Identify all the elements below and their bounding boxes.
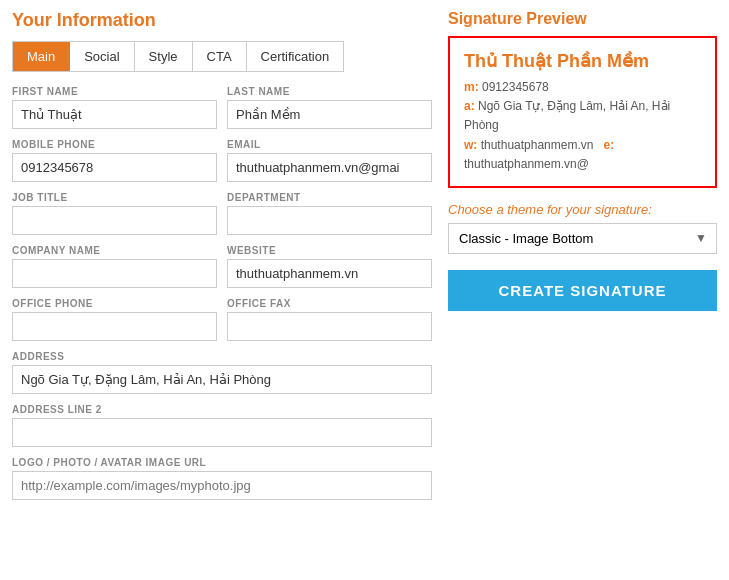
company-website-row: COMPANY NAME WEBSITE [12, 245, 432, 288]
logo-row: LOGO / PHOTO / AVATAR IMAGE URL [12, 457, 432, 500]
theme-select-wrapper: Classic - Image BottomClassic - Image To… [448, 223, 717, 254]
address-group: ADDRESS [12, 351, 432, 394]
email-group: EMAIL [227, 139, 432, 182]
signature-mobile: m: 0912345678 [464, 78, 701, 97]
job-title-group: JOB TITLE [12, 192, 217, 235]
department-group: DEPARTMENT [227, 192, 432, 235]
signature-address: a: Ngõ Gia Tự, Đặng Lâm, Hải An, Hải Phò… [464, 97, 701, 135]
website-group: WEBSITE [227, 245, 432, 288]
email-label: EMAIL [227, 139, 432, 150]
signature-web-email: w: thuthuatphanmem.vn e: thuthuatphanmem… [464, 136, 701, 174]
last-name-label: LAST NAME [227, 86, 432, 97]
first-name-input[interactable] [12, 100, 217, 129]
last-name-input[interactable] [227, 100, 432, 129]
theme-label: Choose a theme for your signature: [448, 202, 717, 217]
job-dept-row: JOB TITLE DEPARTMENT [12, 192, 432, 235]
office-fax-label: OFFICE FAX [227, 298, 432, 309]
logo-group: LOGO / PHOTO / AVATAR IMAGE URL [12, 457, 432, 500]
job-title-input[interactable] [12, 206, 217, 235]
website-preview-value: thuthuatphanmem.vn [481, 138, 594, 152]
address2-label: ADDRESS LINE 2 [12, 404, 432, 415]
tab-social[interactable]: Social [70, 42, 134, 71]
address-prefix-label: a: [464, 99, 475, 113]
name-row: FIRST NAME LAST NAME [12, 86, 432, 129]
website-prefix-label: w: [464, 138, 477, 152]
first-name-label: FIRST NAME [12, 86, 217, 97]
tab-cta[interactable]: CTA [193, 42, 247, 71]
left-panel: Your Information Main Social Style CTA C… [12, 10, 432, 510]
office-fax-input[interactable] [227, 312, 432, 341]
mobile-phone-input[interactable] [12, 153, 217, 182]
signature-preview-box: Thủ Thuật Phần Mềm m: 0912345678 a: Ngõ … [448, 36, 717, 188]
address2-row: ADDRESS LINE 2 [12, 404, 432, 447]
tab-style[interactable]: Style [135, 42, 193, 71]
tab-certification[interactable]: Certification [247, 42, 344, 71]
page-title: Your Information [12, 10, 432, 31]
company-name-input[interactable] [12, 259, 217, 288]
address-input[interactable] [12, 365, 432, 394]
address-label: ADDRESS [12, 351, 432, 362]
address2-group: ADDRESS LINE 2 [12, 404, 432, 447]
email-prefix-label: e: [603, 138, 614, 152]
signature-preview-title: Signature Preview [448, 10, 717, 28]
right-panel: Signature Preview Thủ Thuật Phần Mềm m: … [448, 10, 717, 510]
office-phone-input[interactable] [12, 312, 217, 341]
phone-email-row: MOBILE PHONE EMAIL [12, 139, 432, 182]
mobile-value: 0912345678 [482, 80, 549, 94]
website-label: WEBSITE [227, 245, 432, 256]
tab-main[interactable]: Main [13, 42, 70, 71]
office-phone-group: OFFICE PHONE [12, 298, 217, 341]
office-fax-group: OFFICE FAX [227, 298, 432, 341]
department-label: DEPARTMENT [227, 192, 432, 203]
address-preview-value: Ngõ Gia Tự, Đặng Lâm, Hải An, Hải Phòng [464, 99, 670, 132]
job-title-label: JOB TITLE [12, 192, 217, 203]
office-phone-label: OFFICE PHONE [12, 298, 217, 309]
company-name-group: COMPANY NAME [12, 245, 217, 288]
address-row: ADDRESS [12, 351, 432, 394]
email-input[interactable] [227, 153, 432, 182]
website-input[interactable] [227, 259, 432, 288]
first-name-group: FIRST NAME [12, 86, 217, 129]
tab-bar: Main Social Style CTA Certification [12, 41, 344, 72]
create-signature-button[interactable]: CREATE SIGNATURE [448, 270, 717, 311]
signature-name: Thủ Thuật Phần Mềm [464, 50, 701, 72]
email-preview-value: thuthuatphanmem.vn@ [464, 157, 589, 171]
department-input[interactable] [227, 206, 432, 235]
office-row: OFFICE PHONE OFFICE FAX [12, 298, 432, 341]
logo-label: LOGO / PHOTO / AVATAR IMAGE URL [12, 457, 432, 468]
theme-select[interactable]: Classic - Image BottomClassic - Image To… [448, 223, 717, 254]
mobile-phone-label: MOBILE PHONE [12, 139, 217, 150]
mobile-label: m: [464, 80, 479, 94]
last-name-group: LAST NAME [227, 86, 432, 129]
logo-input[interactable] [12, 471, 432, 500]
company-name-label: COMPANY NAME [12, 245, 217, 256]
mobile-phone-group: MOBILE PHONE [12, 139, 217, 182]
address2-input[interactable] [12, 418, 432, 447]
